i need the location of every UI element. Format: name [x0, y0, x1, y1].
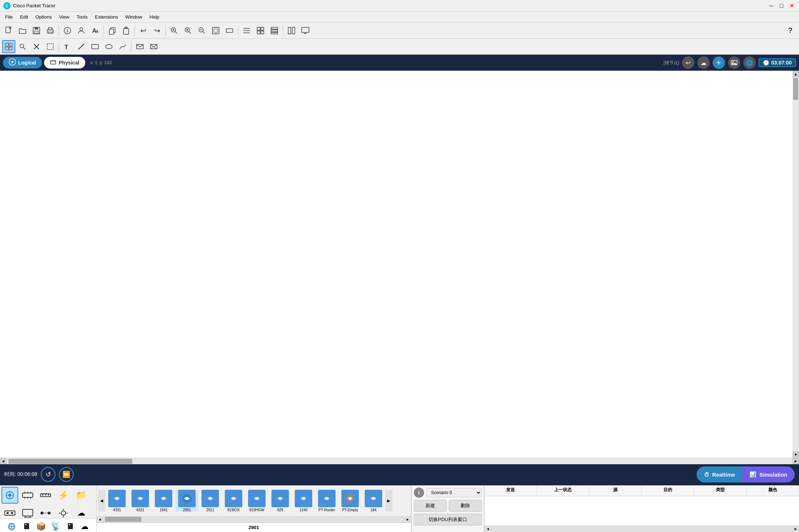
menu-window[interactable]: Window: [122, 13, 146, 21]
cat-routers[interactable]: [1, 487, 18, 504]
grid-button[interactable]: [254, 24, 267, 37]
back-button[interactable]: ↩: [682, 56, 694, 69]
device-pt-empty[interactable]: PT-Empty: [338, 490, 362, 512]
dev-hscroll-left[interactable]: ◄: [97, 516, 103, 523]
pdu-list-button[interactable]: 切换PDU列表窗口: [414, 514, 482, 525]
font-button[interactable]: AA: [89, 24, 102, 37]
redo-button[interactable]: ↪: [150, 24, 164, 37]
horizontal-scrollbar[interactable]: ◄ ►: [0, 458, 799, 464]
freehand-tool-button[interactable]: [116, 40, 129, 53]
delete-scenario-button[interactable]: 删除: [449, 500, 482, 512]
open-button[interactable]: [16, 24, 29, 37]
select-tool-button[interactable]: [2, 40, 15, 53]
zoom-tool-button[interactable]: [16, 40, 29, 53]
copy-button[interactable]: [106, 24, 119, 37]
cat2-item2[interactable]: 🖥: [20, 520, 33, 532]
hscroll-thumb[interactable]: [8, 459, 132, 464]
device-819iox[interactable]: 819IOX: [222, 490, 245, 512]
zoom-in-button[interactable]: [181, 24, 195, 37]
menu-view[interactable]: View: [55, 13, 73, 21]
rect-tool-button[interactable]: [89, 40, 102, 53]
vertical-scrollbar[interactable]: ▲ ▼: [792, 71, 799, 458]
cat2-item5[interactable]: 🖥: [63, 520, 77, 532]
ellipse-tool-button[interactable]: [102, 40, 115, 53]
device-184[interactable]: 184: [362, 490, 385, 512]
device-819hgw[interactable]: 819HGW: [245, 490, 269, 512]
device-pt-router[interactable]: PT-Router: [315, 490, 338, 512]
device-829[interactable]: 829: [269, 490, 292, 512]
new-scenario-button[interactable]: 新建: [414, 500, 447, 512]
device-2901[interactable]: 2901: [175, 490, 199, 512]
hscroll-left[interactable]: ◄: [0, 458, 7, 465]
reset-button[interactable]: ↺: [41, 467, 55, 482]
move-button[interactable]: ✛: [713, 56, 725, 69]
bg-image-button[interactable]: [728, 56, 740, 69]
line-tool-button[interactable]: [75, 40, 88, 53]
monitor-button[interactable]: [299, 24, 312, 37]
menu-extensions[interactable]: Extensions: [91, 13, 122, 21]
vscroll-thumb[interactable]: [793, 78, 798, 100]
undo-button[interactable]: ↩: [137, 24, 150, 37]
zoom-fit-button[interactable]: [209, 24, 222, 37]
help-button[interactable]: ?: [784, 24, 797, 37]
cat-switches[interactable]: [19, 487, 36, 504]
pdu-hscroll[interactable]: ◄ ►: [485, 525, 799, 532]
device-1941[interactable]: 1941: [152, 490, 175, 512]
canvas-area[interactable]: ▲ ▼: [0, 71, 799, 458]
simulation-button[interactable]: 📊 Simulation: [742, 466, 795, 482]
cat-hubs[interactable]: [37, 487, 54, 504]
device-4321[interactable]: 4321: [129, 490, 152, 512]
complex-pdu-button[interactable]: [147, 40, 160, 53]
vscroll-up[interactable]: ▲: [792, 71, 799, 77]
device-list-prev[interactable]: ◄: [98, 490, 105, 512]
scenario-select[interactable]: Scenario 0: [426, 488, 482, 497]
cat-wireless[interactable]: ⚡: [55, 487, 72, 504]
layers-button[interactable]: [268, 24, 281, 37]
cat2-item1[interactable]: [5, 520, 18, 532]
rect-select-tool-button[interactable]: [44, 40, 57, 53]
vscroll-down[interactable]: ▼: [792, 451, 799, 458]
custom-zoom-button[interactable]: [223, 24, 236, 37]
cat2-item6[interactable]: ☁: [78, 520, 91, 532]
maximize-button[interactable]: □: [777, 1, 786, 10]
menu-file[interactable]: File: [1, 13, 16, 21]
menu-help[interactable]: Help: [146, 13, 163, 21]
pdu-hscroll-left[interactable]: ◄: [485, 525, 491, 532]
columns-button[interactable]: [285, 24, 298, 37]
network-button[interactable]: 🌐: [743, 56, 756, 69]
new-button[interactable]: [2, 24, 15, 37]
physical-tab[interactable]: Physical: [44, 57, 85, 69]
realtime-button[interactable]: ⏱ Realtime: [697, 466, 743, 482]
activity-info-button[interactable]: i: [61, 24, 74, 37]
zoom-to-center-button[interactable]: [168, 24, 181, 37]
dev-hscroll-thumb[interactable]: [105, 517, 141, 522]
fast-forward-button[interactable]: ⏩: [59, 467, 74, 482]
print-button[interactable]: [44, 24, 57, 37]
device-4331[interactable]: 4331: [105, 490, 129, 512]
menu-tools[interactable]: Tools: [73, 13, 91, 21]
list-button[interactable]: [240, 24, 253, 37]
cat2-item4[interactable]: 📡: [49, 520, 62, 532]
hscroll-right[interactable]: ►: [792, 458, 799, 465]
device-1240[interactable]: 1240: [292, 490, 315, 512]
cancel-tool-button[interactable]: [30, 40, 43, 53]
menu-options[interactable]: Options: [32, 13, 55, 21]
close-button[interactable]: ✕: [787, 1, 796, 10]
cat2-item3[interactable]: 📦: [34, 520, 47, 532]
device-2911[interactable]: 2911: [199, 490, 222, 512]
minimize-button[interactable]: ─: [767, 1, 776, 10]
dev-hscroll-right[interactable]: ►: [404, 516, 411, 523]
pdu-hscroll-right[interactable]: ►: [792, 525, 799, 532]
paste-button[interactable]: [120, 24, 133, 37]
menu-edit[interactable]: Edit: [16, 13, 32, 21]
cloud-button[interactable]: ☁: [697, 56, 710, 69]
device-list-next[interactable]: ►: [385, 490, 392, 512]
logical-tab[interactable]: Logical: [3, 57, 42, 69]
device-hscroll[interactable]: ◄ ►: [97, 516, 411, 523]
simple-pdu-button[interactable]: [133, 40, 146, 53]
save-button[interactable]: [30, 24, 43, 37]
zoom-out-button[interactable]: [195, 24, 208, 37]
user-button[interactable]: [75, 24, 88, 37]
text-tool-button[interactable]: T: [61, 40, 74, 53]
cat-security[interactable]: 📁: [73, 487, 90, 504]
